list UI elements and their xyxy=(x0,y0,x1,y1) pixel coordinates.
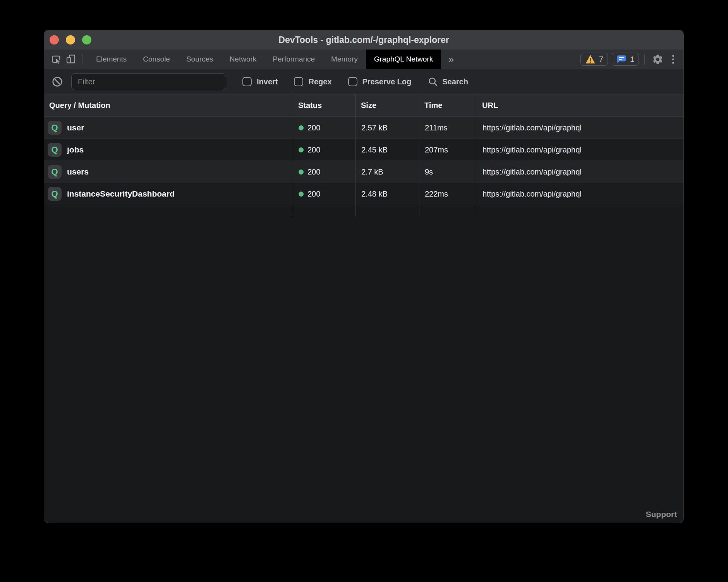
table-row[interactable]: Q users 200 2.7 kB 9s https://gitlab.com… xyxy=(44,161,683,183)
window-title: DevTools - gitlab.com/-/graphql-explorer xyxy=(44,35,683,45)
tab-graphql-network[interactable]: GraphQL Network xyxy=(366,50,441,69)
column-header-size[interactable]: Size xyxy=(356,94,419,116)
size-cell: 2.7 kB xyxy=(356,161,419,183)
column-header-status[interactable]: Status xyxy=(293,94,356,116)
query-type-badge: Q xyxy=(48,143,62,157)
size-cell: 2.57 kB xyxy=(356,117,419,139)
url-cell: https://gitlab.com/api/graphql xyxy=(477,139,683,161)
query-name: instanceSecurityDashboard xyxy=(67,189,175,199)
kebab-menu-icon[interactable] xyxy=(669,55,678,64)
tab-memory[interactable]: Memory xyxy=(323,50,366,69)
status-code: 200 xyxy=(307,146,320,154)
warnings-badge[interactable]: 7 xyxy=(580,53,608,66)
invert-checkbox[interactable] xyxy=(242,77,252,86)
column-header-url[interactable]: URL xyxy=(477,94,683,116)
size-cell: 2.48 kB xyxy=(356,183,419,205)
table-row[interactable]: Q instanceSecurityDashboard 200 2.48 kB … xyxy=(44,183,683,205)
search-label: Search xyxy=(442,77,468,86)
size-cell: 2.45 kB xyxy=(356,139,419,161)
status-ok-dot xyxy=(299,192,304,197)
url-cell: https://gitlab.com/api/graphql xyxy=(477,117,683,139)
url-cell: https://gitlab.com/api/graphql xyxy=(477,183,683,205)
regex-label: Regex xyxy=(308,77,331,86)
tab-elements[interactable]: Elements xyxy=(88,50,135,69)
title-bar: DevTools - gitlab.com/-/graphql-explorer xyxy=(44,30,683,50)
query-type-badge: Q xyxy=(48,187,62,201)
toolbar-divider xyxy=(82,54,82,65)
message-count: 1 xyxy=(630,55,634,64)
minimize-button[interactable] xyxy=(66,35,75,45)
preserve-log-checkbox[interactable] xyxy=(348,77,357,86)
time-cell: 9s xyxy=(419,161,477,183)
query-type-badge: Q xyxy=(48,121,62,135)
time-cell: 222ms xyxy=(419,183,477,205)
support-link[interactable]: Support xyxy=(646,510,677,519)
settings-gear-icon[interactable] xyxy=(650,52,665,67)
tab-performance[interactable]: Performance xyxy=(264,50,323,69)
table-empty-extension xyxy=(44,205,683,216)
status-ok-dot xyxy=(299,147,304,152)
status-ok-dot xyxy=(299,169,304,175)
clear-circle-slash-icon[interactable] xyxy=(50,74,65,89)
status-code: 200 xyxy=(307,168,320,176)
column-header-query[interactable]: Query / Mutation xyxy=(44,94,293,116)
query-name: users xyxy=(67,167,89,176)
warning-count: 7 xyxy=(599,55,603,64)
status-ok-dot xyxy=(299,125,304,130)
tab-sources[interactable]: Sources xyxy=(178,50,221,69)
search-icon xyxy=(428,76,438,87)
more-tabs-icon[interactable]: » xyxy=(441,54,461,65)
query-type-badge: Q xyxy=(48,165,62,179)
url-cell: https://gitlab.com/api/graphql xyxy=(477,161,683,183)
time-cell: 207ms xyxy=(419,139,477,161)
time-cell: 211ms xyxy=(419,117,477,139)
filter-toolbar: Invert Regex Preserve Log Search xyxy=(44,69,683,94)
table-header: Query / Mutation Status Size Time URL xyxy=(44,94,683,117)
column-header-time[interactable]: Time xyxy=(419,94,477,116)
preserve-log-label: Preserve Log xyxy=(362,77,412,86)
zoom-button[interactable] xyxy=(82,35,91,45)
warning-icon xyxy=(585,55,596,64)
regex-checkbox[interactable] xyxy=(294,77,303,86)
inspect-element-icon[interactable] xyxy=(49,52,64,67)
table-row[interactable]: Q user 200 2.57 kB 211ms https://gitlab.… xyxy=(44,117,683,139)
status-code: 200 xyxy=(307,123,320,132)
tab-network[interactable]: Network xyxy=(221,50,265,69)
devtools-tab-bar: Elements Console Sources Network Perform… xyxy=(44,50,683,69)
traffic-lights xyxy=(50,35,91,45)
query-name: jobs xyxy=(67,145,84,154)
device-toolbar-icon[interactable] xyxy=(64,52,78,67)
search-toggle[interactable]: Search xyxy=(428,76,468,87)
close-button[interactable] xyxy=(50,35,59,45)
filter-input[interactable] xyxy=(71,73,226,90)
status-code: 200 xyxy=(307,190,320,199)
query-name: user xyxy=(67,123,84,132)
table-row[interactable]: Q jobs 200 2.45 kB 207ms https://gitlab.… xyxy=(44,139,683,161)
devtools-window: DevTools - gitlab.com/-/graphql-explorer… xyxy=(44,30,684,523)
tab-console[interactable]: Console xyxy=(135,50,178,69)
invert-label: Invert xyxy=(257,77,278,86)
messages-badge[interactable]: 1 xyxy=(612,53,639,66)
toolbar-divider xyxy=(644,54,645,65)
chat-bubble-icon xyxy=(616,54,627,64)
